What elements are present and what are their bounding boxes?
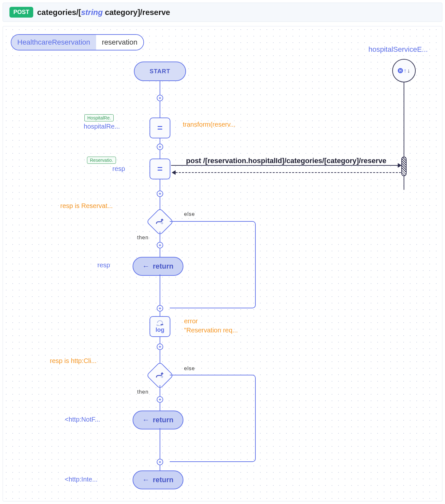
http-method-badge: POST — [9, 7, 33, 18]
log-arg1: error — [184, 317, 198, 325]
add-node-button[interactable]: + — [157, 396, 163, 403]
arrowhead-left — [172, 170, 176, 175]
condition-2: resp is http:Cli... — [50, 357, 96, 365]
log-arg2: "Reservation req... — [184, 327, 238, 334]
then-label-1: then — [137, 235, 149, 241]
endpoint-node[interactable]: H↑↓ — [392, 59, 416, 82]
branch-icon — [151, 213, 169, 231]
return-arrow — [176, 172, 401, 173]
assign-node-2[interactable]: = — [150, 159, 170, 179]
var-resp: resp — [112, 165, 125, 173]
add-node-button[interactable]: + — [157, 305, 163, 312]
return-arrow-icon: ← — [142, 416, 150, 424]
return-node-2[interactable]: ← return — [133, 411, 183, 429]
expr-transform: transform(reserv... — [183, 121, 236, 128]
http-call-label: post /[reservation.hospitalId]/categorie… — [186, 157, 386, 165]
add-node-button[interactable]: + — [157, 95, 163, 101]
var-hospitalre: hospitalRe... — [84, 123, 120, 130]
input-param-pill[interactable]: HealthcareReservation reservation — [11, 34, 144, 50]
condition-1: resp is Reservat... — [60, 202, 113, 210]
return-arrow-icon: ← — [142, 262, 150, 271]
type-tag-reservation: Reservatio. — [87, 157, 116, 164]
flow-canvas[interactable]: HealthcareReservation reservation hospit… — [3, 26, 442, 501]
then-label-2: then — [137, 389, 149, 395]
connector — [160, 337, 160, 366]
arrowhead-right — [398, 163, 402, 168]
assign-node-1[interactable]: = — [150, 118, 170, 138]
api-path: categories/[string category]/reserve — [37, 8, 170, 17]
return-node-3[interactable]: ← return — [133, 470, 183, 489]
else-label-1: else — [184, 211, 195, 217]
input-name: reservation — [96, 35, 143, 50]
add-node-button[interactable]: + — [157, 242, 163, 248]
endpoint-icon: H↑↓ — [398, 67, 410, 74]
add-node-button[interactable]: + — [157, 190, 163, 197]
type-tag-hospitalre: HospitalRe. — [84, 114, 114, 121]
add-node-button[interactable]: + — [157, 144, 163, 150]
log-icon — [156, 320, 164, 326]
add-node-button[interactable]: + — [157, 459, 163, 465]
input-type: HealthcareReservation — [11, 35, 96, 50]
return3-value: <http:Inte... — [65, 476, 98, 483]
log-node[interactable]: log — [150, 316, 170, 337]
api-header: POST categories/[string category]/reserv… — [3, 3, 442, 22]
else-label-2: else — [184, 366, 195, 371]
return1-value: resp — [97, 261, 110, 269]
endpoint-rail-cap — [401, 157, 407, 176]
return-node-1[interactable]: ← return — [133, 257, 183, 276]
add-node-button[interactable]: + — [157, 343, 163, 350]
start-node[interactable]: START — [134, 62, 186, 81]
return2-value: <http:NotF... — [65, 416, 100, 423]
return-arrow-icon: ← — [142, 476, 150, 484]
call-arrow — [171, 165, 399, 166]
endpoint-label: hospitalServiceE... — [368, 45, 428, 54]
branch-icon — [151, 366, 169, 385]
